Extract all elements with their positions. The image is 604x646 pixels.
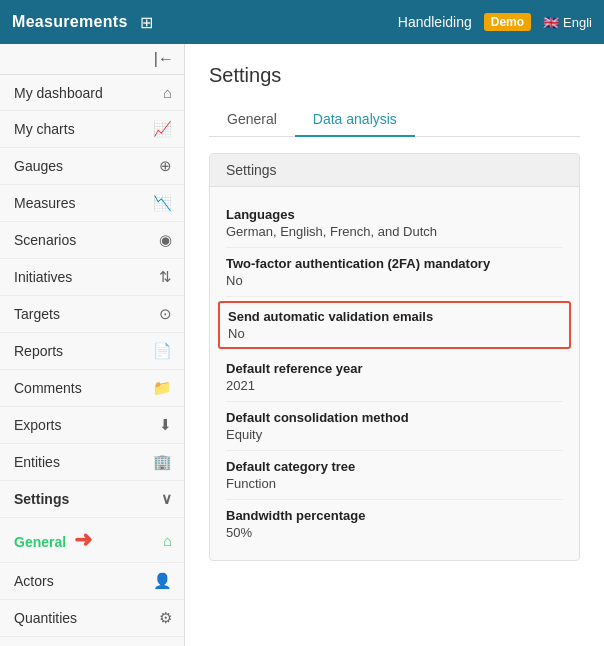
- sidebar-item-label-gauges: Gauges: [14, 158, 159, 174]
- sidebar-item-label-targets: Targets: [14, 306, 159, 322]
- setting-row-languages: LanguagesGerman, English, French, and Du…: [226, 199, 563, 248]
- language-selector[interactable]: 🇬🇧 Engli: [543, 15, 592, 30]
- sidebar-item-label-scenarios: Scenarios: [14, 232, 159, 248]
- sidebar-item-exports[interactable]: Exports⬇: [0, 407, 184, 444]
- targets-icon: ⊙: [159, 305, 172, 323]
- sidebar-item-label-exports: Exports: [14, 417, 159, 433]
- sidebar-item-label-reports: Reports: [14, 343, 153, 359]
- sidebar-item-general[interactable]: General➜⌂: [0, 518, 184, 563]
- setting-value-category-tree: Function: [226, 476, 563, 491]
- tab-data-analysis[interactable]: Data analysis: [295, 103, 415, 137]
- sidebar-item-reports[interactable]: Reports📄: [0, 333, 184, 370]
- setting-label-category-tree: Default category tree: [226, 459, 563, 474]
- active-arrow-indicator: ➜: [74, 527, 92, 553]
- sidebar-item-my-charts[interactable]: My charts📈: [0, 111, 184, 148]
- sidebar: |← My dashboard⌂My charts📈Gauges⊕Measure…: [0, 44, 185, 646]
- flag-icon: 🇬🇧: [543, 15, 559, 30]
- sidebar-item-label-initiatives: Initiatives: [14, 269, 159, 285]
- settings-card: Settings LanguagesGerman, English, Frenc…: [209, 153, 580, 561]
- comments-icon: 📁: [153, 379, 172, 397]
- setting-label-consolidation-method: Default consolidation method: [226, 410, 563, 425]
- actors-icon: 👤: [153, 572, 172, 590]
- sidebar-item-actors[interactable]: Actors👤: [0, 563, 184, 600]
- sidebar-item-label-my-charts: My charts: [14, 121, 153, 137]
- sidebar-item-settings[interactable]: Settings∨: [0, 481, 184, 518]
- topbar: Measurements ⊞ Handleiding Demo 🇬🇧 Engli: [0, 0, 604, 44]
- setting-row-validation-emails: Send automatic validation emailsNo: [218, 301, 571, 349]
- setting-label-languages: Languages: [226, 207, 563, 222]
- settings-icon: ∨: [161, 490, 172, 508]
- sidebar-item-quantities[interactable]: Quantities⚙: [0, 600, 184, 637]
- my-charts-icon: 📈: [153, 120, 172, 138]
- setting-row-two-factor: Two-factor authentication (2FA) mandator…: [226, 248, 563, 297]
- setting-row-category-tree: Default category treeFunction: [226, 451, 563, 500]
- sidebar-item-label-actors: Actors: [14, 573, 153, 589]
- general-icon: ⌂: [163, 532, 172, 549]
- my-dashboard-icon: ⌂: [163, 84, 172, 101]
- setting-value-reference-year: 2021: [226, 378, 563, 393]
- gauges-icon: ⊕: [159, 157, 172, 175]
- sidebar-item-scenarios[interactable]: Scenarios◉: [0, 222, 184, 259]
- sidebar-item-my-dashboard[interactable]: My dashboard⌂: [0, 75, 184, 111]
- sidebar-item-label-my-dashboard: My dashboard: [14, 85, 163, 101]
- setting-label-validation-emails: Send automatic validation emails: [228, 309, 561, 324]
- collapse-icon: |←: [154, 50, 174, 68]
- main-content: Settings General Data analysis Settings …: [185, 44, 604, 646]
- setting-label-reference-year: Default reference year: [226, 361, 563, 376]
- tab-general[interactable]: General: [209, 103, 295, 137]
- setting-value-consolidation-method: Equity: [226, 427, 563, 442]
- sidebar-item-targets[interactable]: Targets⊙: [0, 296, 184, 333]
- setting-row-bandwidth: Bandwidth percentage50%: [226, 500, 563, 548]
- sidebar-item-label-settings: Settings: [14, 491, 161, 507]
- sidebar-item-entities[interactable]: Entities🏢: [0, 444, 184, 481]
- grid-icon[interactable]: ⊞: [140, 13, 153, 32]
- sidebar-item-initiatives[interactable]: Initiatives⇅: [0, 259, 184, 296]
- sidebar-item-label-comments: Comments: [14, 380, 153, 396]
- initiatives-icon: ⇅: [159, 268, 172, 286]
- setting-value-two-factor: No: [226, 273, 563, 288]
- sidebar-collapse-button[interactable]: |←: [0, 44, 184, 75]
- setting-row-reference-year: Default reference year2021: [226, 353, 563, 402]
- entities-icon: 🏢: [153, 453, 172, 471]
- sidebar-item-label-general: General➜: [14, 527, 163, 553]
- demo-badge: Demo: [484, 13, 531, 31]
- quantities-icon: ⚙: [159, 609, 172, 627]
- setting-value-languages: German, English, French, and Dutch: [226, 224, 563, 239]
- tabs-container: General Data analysis: [209, 103, 580, 137]
- sidebar-item-gauges[interactable]: Gauges⊕: [0, 148, 184, 185]
- page-title: Settings: [209, 64, 580, 87]
- layout: |← My dashboard⌂My charts📈Gauges⊕Measure…: [0, 44, 604, 646]
- setting-label-two-factor: Two-factor authentication (2FA) mandator…: [226, 256, 563, 271]
- reports-icon: 📄: [153, 342, 172, 360]
- setting-label-bandwidth: Bandwidth percentage: [226, 508, 563, 523]
- sidebar-item-label-entities: Entities: [14, 454, 153, 470]
- sidebar-item-comments[interactable]: Comments📁: [0, 370, 184, 407]
- settings-card-header: Settings: [210, 154, 579, 187]
- sidebar-item-label-measures: Measures: [14, 195, 153, 211]
- settings-card-body: LanguagesGerman, English, French, and Du…: [210, 187, 579, 560]
- setting-row-consolidation-method: Default consolidation methodEquity: [226, 402, 563, 451]
- scenarios-icon: ◉: [159, 231, 172, 249]
- handleiding-link[interactable]: Handleiding: [398, 14, 472, 30]
- setting-value-validation-emails: No: [228, 326, 561, 341]
- lang-label: Engli: [563, 15, 592, 30]
- sidebar-item-measures[interactable]: Measures📉: [0, 185, 184, 222]
- measures-icon: 📉: [153, 194, 172, 212]
- sidebar-item-label-quantities: Quantities: [14, 610, 159, 626]
- brand-name: Measurements: [12, 13, 128, 31]
- exports-icon: ⬇: [159, 416, 172, 434]
- setting-value-bandwidth: 50%: [226, 525, 563, 540]
